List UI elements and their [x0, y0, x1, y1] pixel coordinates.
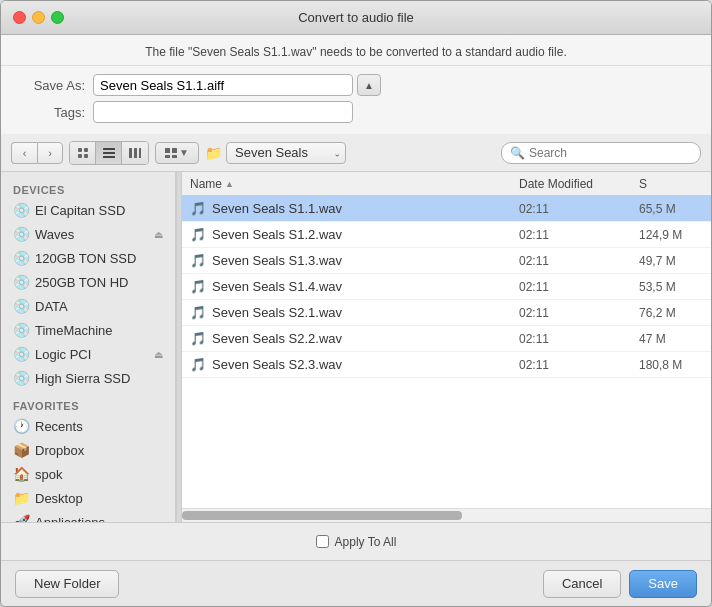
view-list-button[interactable] [96, 142, 122, 164]
sidebar-item-applications[interactable]: 🚀 Applications [1, 510, 175, 522]
search-box[interactable]: 🔍 [501, 142, 701, 164]
scrollbar-thumb[interactable] [182, 511, 462, 520]
nav-group: ‹ › [11, 142, 63, 164]
svg-rect-12 [165, 155, 170, 158]
file-list: 🎵 Seven Seals S1.1.wav 02:11 65,5 M 🎵 Se… [182, 196, 711, 508]
table-row[interactable]: 🎵 Seven Seals S1.2.wav 02:11 124,9 M [182, 222, 711, 248]
sidebar-item-timemachine[interactable]: 💿 TimeMachine [1, 318, 175, 342]
close-button[interactable] [13, 11, 26, 24]
eject-icon: ⏏ [154, 229, 163, 240]
folder-selector[interactable]: 📁 Seven Seals [205, 142, 346, 164]
maximize-button[interactable] [51, 11, 64, 24]
table-row[interactable]: 🎵 Seven Seals S1.4.wav 02:11 53,5 M [182, 274, 711, 300]
drive-icon: 💿 [13, 202, 29, 218]
save-as-input[interactable] [93, 74, 353, 96]
sidebar-item-label: TimeMachine [35, 323, 113, 338]
tags-input[interactable] [93, 101, 353, 123]
sidebar-item-label: DATA [35, 299, 68, 314]
drive-icon: 💿 [13, 346, 29, 362]
sidebar-item-250gb[interactable]: 💿 250GB TON HD [1, 270, 175, 294]
col-size-label: S [639, 177, 647, 191]
file-icon: 🎵 [190, 305, 206, 320]
sidebar-item-high-sierra[interactable]: 💿 High Sierra SSD [1, 366, 175, 390]
sidebar-item-data[interactable]: 💿 DATA [1, 294, 175, 318]
sidebar-item-spok[interactable]: 🏠 spok [1, 462, 175, 486]
traffic-lights [13, 11, 64, 24]
table-row[interactable]: 🎵 Seven Seals S2.1.wav 02:11 76,2 M [182, 300, 711, 326]
sidebar-item-label: Dropbox [35, 443, 84, 458]
drive-icon: 💿 [13, 298, 29, 314]
file-date-cell: 02:11 [511, 332, 631, 346]
file-icon: 🎵 [190, 331, 206, 346]
col-name[interactable]: Name ▲ [182, 172, 511, 195]
file-name-cell: 🎵 Seven Seals S1.3.wav [182, 253, 511, 268]
file-size-cell: 49,7 M [631, 254, 711, 268]
cancel-button[interactable]: Cancel [543, 570, 621, 598]
svg-rect-2 [78, 154, 82, 158]
view-icon-button[interactable] [70, 142, 96, 164]
svg-rect-8 [134, 148, 137, 158]
svg-rect-0 [78, 148, 82, 152]
file-header: Name ▲ Date Modified S [182, 172, 711, 196]
file-name-cell: 🎵 Seven Seals S1.1.wav [182, 201, 511, 216]
table-row[interactable]: 🎵 Seven Seals S2.3.wav 02:11 180,8 M [182, 352, 711, 378]
forward-button[interactable]: › [37, 142, 63, 164]
extra-view-button[interactable]: ▼ [155, 142, 199, 164]
svg-rect-13 [172, 155, 177, 158]
table-row[interactable]: 🎵 Seven Seals S1.1.wav 02:11 65,5 M [182, 196, 711, 222]
save-button[interactable]: Save [629, 570, 697, 598]
sidebar-item-label: High Sierra SSD [35, 371, 130, 386]
file-size-cell: 76,2 M [631, 306, 711, 320]
sidebar-item-dropbox[interactable]: 📦 Dropbox [1, 438, 175, 462]
title-bar: Convert to audio file [1, 1, 711, 35]
sidebar-item-120gb[interactable]: 💿 120GB TON SSD [1, 246, 175, 270]
drive-icon: 💿 [13, 274, 29, 290]
sidebar-item-label: El Capitan SSD [35, 203, 125, 218]
col-size[interactable]: S [631, 172, 711, 195]
sidebar-item-recents[interactable]: 🕐 Recents [1, 414, 175, 438]
file-date-cell: 02:11 [511, 280, 631, 294]
new-folder-button[interactable]: New Folder [15, 570, 119, 598]
sidebar-item-label: 120GB TON SSD [35, 251, 136, 266]
svg-rect-1 [84, 148, 88, 152]
table-row[interactable]: 🎵 Seven Seals S2.2.wav 02:11 47 M [182, 326, 711, 352]
file-name-cell: 🎵 Seven Seals S2.2.wav [182, 331, 511, 346]
horizontal-scrollbar[interactable] [182, 508, 711, 522]
file-date-cell: 02:11 [511, 254, 631, 268]
search-input[interactable] [529, 146, 692, 160]
apply-to-all-checkbox[interactable] [316, 535, 329, 548]
file-size-cell: 124,9 M [631, 228, 711, 242]
folder-dropdown[interactable]: Seven Seals [226, 142, 346, 164]
table-row[interactable]: 🎵 Seven Seals S1.3.wav 02:11 49,7 M [182, 248, 711, 274]
view-columns-button[interactable] [122, 142, 148, 164]
favorites-section-title: Favorites [1, 396, 175, 414]
view-buttons [69, 141, 149, 165]
minimize-button[interactable] [32, 11, 45, 24]
file-name: Seven Seals S1.1.wav [212, 201, 342, 216]
drive-icon: 💿 [13, 250, 29, 266]
tags-row: Tags: [21, 101, 691, 123]
folder-icon: 📁 [205, 145, 222, 161]
sidebar-item-desktop[interactable]: 📁 Desktop [1, 486, 175, 510]
sidebar-item-waves[interactable]: 💿 Waves ⏏ [1, 222, 175, 246]
back-button[interactable]: ‹ [11, 142, 37, 164]
apply-to-all-area: Apply To All [316, 535, 397, 549]
bottom-bar: Apply To All [1, 522, 711, 560]
toolbar: ‹ › [1, 134, 711, 172]
file-size-cell: 53,5 M [631, 280, 711, 294]
toggle-button[interactable]: ▲ [357, 74, 381, 96]
col-date[interactable]: Date Modified [511, 172, 631, 195]
window: Convert to audio file The file "Seven Se… [0, 0, 712, 607]
scrollbar-track [182, 511, 711, 520]
clock-icon: 🕐 [13, 418, 29, 434]
svg-rect-3 [84, 154, 88, 158]
col-name-label: Name [190, 177, 222, 191]
info-text: The file "Seven Seals S1.1.wav" needs to… [145, 45, 566, 59]
sidebar-item-el-capitan[interactable]: 💿 El Capitan SSD [1, 198, 175, 222]
svg-rect-9 [139, 148, 141, 158]
sidebar-item-logic-pci[interactable]: 💿 Logic PCI ⏏ [1, 342, 175, 366]
file-date-cell: 02:11 [511, 202, 631, 216]
file-icon: 🎵 [190, 357, 206, 372]
file-size-cell: 65,5 M [631, 202, 711, 216]
home-icon: 🏠 [13, 466, 29, 482]
